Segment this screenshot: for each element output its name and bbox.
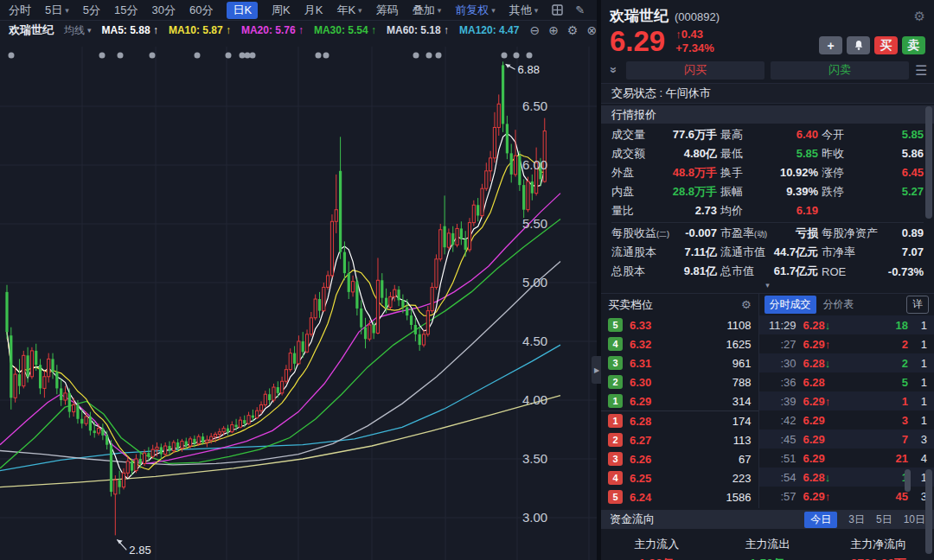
tape-price: 6.29 xyxy=(803,433,843,446)
fundflow-label: 主力净流向 xyxy=(823,537,934,552)
orderbook-row-sell5[interactable]: 56.331108 xyxy=(601,315,758,334)
tab-price-table[interactable]: 分价表 xyxy=(823,297,854,312)
zoom-in-icon[interactable]: ⊕ xyxy=(548,23,559,37)
event-dot-icon xyxy=(436,53,442,59)
fundflow-body: 主力流入1.86亿主力流出1.59亿主力净流向2739.90万 xyxy=(601,529,934,560)
stock-code: (000892) xyxy=(675,10,720,23)
add-watchlist-button[interactable]: + xyxy=(819,36,842,54)
tape-price: 6.29↑ xyxy=(803,490,843,503)
stock-name: 欢瑞世纪 xyxy=(610,6,669,26)
tab-yearly-k[interactable]: 年K▾ xyxy=(336,3,361,18)
tape-count: 1 xyxy=(908,338,927,351)
btn-forward-adjust[interactable]: 前复权▾ xyxy=(455,3,496,18)
tab-daily-k[interactable]: 日K xyxy=(227,2,258,19)
zoom-out-icon[interactable]: ⊖ xyxy=(529,23,540,37)
tape-row: :396.29↑11 xyxy=(759,391,934,410)
orderbook-row-sell4[interactable]: 46.321625 xyxy=(601,334,758,353)
btn-chips[interactable]: 筹码 xyxy=(376,3,399,18)
fundflow-value: 1.86亿 xyxy=(601,557,712,560)
orderbook-row-buy1[interactable]: 16.28174 xyxy=(601,411,758,430)
event-dot-icon xyxy=(9,53,15,59)
quote-cell: 跌停5.27 xyxy=(822,184,924,200)
sell-button[interactable]: 卖 xyxy=(902,36,925,54)
grid-layout-icon[interactable] xyxy=(552,4,563,16)
tab-15min[interactable]: 15分 xyxy=(114,3,138,18)
panel-settings-icon[interactable]: ⚙ xyxy=(914,9,925,24)
price-axis-label: 4.00 xyxy=(522,392,547,407)
flash-buy-button[interactable]: 闪买 xyxy=(626,61,764,80)
level-price: 6.24 xyxy=(630,491,651,504)
flash-sell-button[interactable]: 闪卖 xyxy=(771,61,909,80)
candlestick-chart[interactable]: 6.506.005.505.004.504.003.503.006.882.85 xyxy=(0,40,597,560)
quote-row: 成交量77.6万手最高6.40今开5.85 xyxy=(611,125,924,144)
fundflow-tab-今日[interactable]: 今日 xyxy=(804,512,837,528)
quote-row: 流通股本7.11亿流通市值44.7亿元市净率7.07 xyxy=(611,243,924,262)
tape-time: :51 xyxy=(764,452,796,465)
tab-30min[interactable]: 30分 xyxy=(151,3,175,18)
buy-button[interactable]: 买 xyxy=(874,36,898,54)
panel-scrollbar-lower[interactable] xyxy=(925,469,932,554)
quote-value: 9.39% xyxy=(786,185,818,198)
tape-volume: 2 xyxy=(902,357,908,370)
quote-cell: 流通市值44.7亿元 xyxy=(720,245,818,260)
tab-time-sales[interactable]: 分时成交 xyxy=(764,296,816,314)
alert-bell-button[interactable] xyxy=(847,36,870,54)
tape-price: 6.29↑ xyxy=(803,338,843,351)
chart-settings-icon[interactable]: ⚙ xyxy=(567,23,579,37)
sell-level-badge: 1 xyxy=(608,394,623,408)
chevron-down-icon: ▾ xyxy=(438,6,442,15)
orderbook-row-buy3[interactable]: 36.2667 xyxy=(601,449,758,468)
quote-cell: 最低5.85 xyxy=(720,146,818,162)
tab-5min[interactable]: 5分 xyxy=(83,3,100,18)
tab-5day[interactable]: 5日▾ xyxy=(45,3,69,18)
close-icon[interactable]: ⊗ xyxy=(586,23,597,37)
tape-volume: 2 xyxy=(902,338,908,351)
draw-pen-icon[interactable]: ✎ xyxy=(575,3,585,16)
quote-value: -0.007 xyxy=(685,226,717,239)
fundflow-col: 主力流出1.59亿 xyxy=(712,537,822,560)
orderbook-row-sell1[interactable]: 16.29314 xyxy=(601,391,758,410)
event-markers-layer[interactable] xyxy=(9,53,533,59)
tab-intraday[interactable]: 分时 xyxy=(9,3,31,18)
tape-count: 1 xyxy=(908,395,927,408)
quote-cell: 涨停6.45 xyxy=(822,165,924,181)
tab-weekly-k[interactable]: 周K xyxy=(272,3,291,18)
orderbook-row-buy4[interactable]: 46.25223 xyxy=(601,468,758,487)
tick-up-arrow-icon: ↑ xyxy=(825,395,831,408)
fundflow-tab-10日[interactable]: 10日 xyxy=(904,512,925,527)
tape-row: :366.2851 xyxy=(759,372,934,391)
tape-scrollbar[interactable] xyxy=(905,469,911,492)
event-dot-icon xyxy=(323,53,329,59)
buy-level-badge: 2 xyxy=(608,433,623,447)
detail-button[interactable]: 详 xyxy=(906,296,929,314)
fundflow-tab-3日[interactable]: 3日 xyxy=(848,512,865,527)
tab-monthly-k[interactable]: 月K xyxy=(304,3,323,18)
orderbook-row-buy5[interactable]: 56.241586 xyxy=(601,487,758,506)
fundflow-tab-5日[interactable]: 5日 xyxy=(876,512,892,527)
collapse-double-chevron-icon[interactable]: » xyxy=(608,63,620,77)
quote-cell: 流通股本7.11亿 xyxy=(611,245,717,260)
price-axis: 6.506.005.505.004.504.003.503.00 xyxy=(522,99,547,525)
tape-price: 6.29 xyxy=(803,414,843,427)
orderbook-row-sell3[interactable]: 36.31961 xyxy=(601,353,758,372)
quote-row: 内盘28.8万手振幅9.39%跌停5.27 xyxy=(611,182,924,201)
btn-other[interactable]: 其他▾ xyxy=(509,3,539,18)
event-dot-icon xyxy=(514,53,520,59)
orderbook-row-buy2[interactable]: 26.27113 xyxy=(601,430,758,449)
event-dot-icon xyxy=(502,53,508,59)
ma-group-dropdown[interactable]: 均线 ▾ xyxy=(64,23,92,38)
quote-header: 欢瑞世纪 (000892) ⚙ 6.29 ↑0.43 +7.34% + 买 卖 xyxy=(601,0,934,55)
tape-count: 1 xyxy=(908,376,927,389)
quote-value: 9.81亿 xyxy=(684,264,717,279)
menu-icon[interactable]: ☰ xyxy=(915,62,927,79)
tab-60min[interactable]: 60分 xyxy=(189,3,213,18)
quote-value: 5.85 xyxy=(902,128,924,141)
btn-overlay[interactable]: 叠加▾ xyxy=(413,3,442,18)
event-dot-icon xyxy=(240,53,246,59)
low-annotation: 2.85 xyxy=(129,544,150,557)
expand-chevron-icon[interactable]: ▾ xyxy=(601,281,934,292)
orderbook-settings-icon[interactable]: ⚙ xyxy=(741,298,752,311)
panel-scrollbar[interactable] xyxy=(925,106,932,219)
orderbook-row-sell2[interactable]: 26.30788 xyxy=(601,372,758,391)
quote-label: ROE xyxy=(822,265,846,278)
